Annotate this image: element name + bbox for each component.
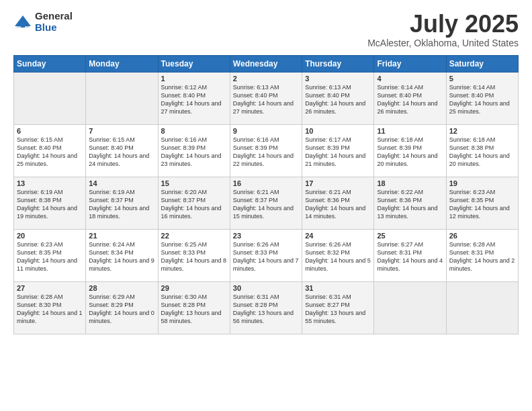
day-number: 8	[161, 127, 227, 135]
day-number: 13	[17, 179, 83, 187]
day-info: Sunrise: 6:24 AM Sunset: 8:34 PM Dayligh…	[89, 240, 154, 273]
calendar-cell: 23Sunrise: 6:26 AM Sunset: 8:33 PM Dayli…	[230, 229, 302, 281]
day-info: Sunrise: 6:23 AM Sunset: 8:35 PM Dayligh…	[449, 188, 515, 221]
day-info: Sunrise: 6:19 AM Sunset: 8:38 PM Dayligh…	[17, 188, 83, 221]
calendar-week-row: 1Sunrise: 6:12 AM Sunset: 8:40 PM Daylig…	[14, 72, 519, 124]
day-number: 19	[449, 179, 515, 187]
day-number: 10	[305, 127, 371, 135]
day-number: 9	[233, 127, 299, 135]
svg-rect-2	[21, 22, 25, 28]
day-info: Sunrise: 6:16 AM Sunset: 8:39 PM Dayligh…	[233, 136, 299, 169]
day-info: Sunrise: 6:26 AM Sunset: 8:33 PM Dayligh…	[233, 240, 299, 273]
day-info: Sunrise: 6:16 AM Sunset: 8:39 PM Dayligh…	[161, 136, 227, 169]
location-title: McAlester, Oklahoma, United States	[367, 38, 519, 48]
day-info: Sunrise: 6:23 AM Sunset: 8:35 PM Dayligh…	[17, 240, 83, 273]
day-number: 23	[233, 232, 299, 240]
calendar-cell: 18Sunrise: 6:22 AM Sunset: 8:36 PM Dayli…	[374, 177, 446, 229]
day-number: 16	[233, 179, 299, 187]
calendar-cell: 27Sunrise: 6:28 AM Sunset: 8:30 PM Dayli…	[14, 281, 86, 334]
day-number: 4	[377, 75, 443, 83]
calendar-header-row: SundayMondayTuesdayWednesdayThursdayFrid…	[14, 55, 519, 72]
header-wednesday: Wednesday	[230, 55, 302, 72]
day-number: 28	[89, 284, 154, 292]
day-info: Sunrise: 6:19 AM Sunset: 8:37 PM Dayligh…	[89, 188, 154, 221]
title-block: July 2025 McAlester, Oklahoma, United St…	[367, 11, 519, 48]
day-info: Sunrise: 6:25 AM Sunset: 8:33 PM Dayligh…	[161, 240, 227, 273]
page: General Blue July 2025 McAlester, Oklaho…	[0, 0, 532, 411]
logo-text: General Blue	[35, 11, 73, 33]
calendar-cell	[86, 72, 158, 124]
header-friday: Friday	[374, 55, 446, 72]
logo-blue-text: Blue	[35, 22, 73, 34]
calendar-cell: 28Sunrise: 6:29 AM Sunset: 8:29 PM Dayli…	[86, 281, 158, 334]
calendar-cell: 19Sunrise: 6:23 AM Sunset: 8:35 PM Dayli…	[446, 177, 518, 229]
day-info: Sunrise: 6:21 AM Sunset: 8:37 PM Dayligh…	[233, 188, 299, 221]
logo-general-text: General	[35, 11, 73, 22]
day-number: 2	[233, 75, 299, 83]
day-info: Sunrise: 6:17 AM Sunset: 8:39 PM Dayligh…	[305, 136, 371, 169]
calendar-week-row: 27Sunrise: 6:28 AM Sunset: 8:30 PM Dayli…	[14, 281, 519, 334]
logo: General Blue	[13, 11, 73, 33]
calendar-cell: 4Sunrise: 6:14 AM Sunset: 8:40 PM Daylig…	[374, 72, 446, 124]
day-info: Sunrise: 6:26 AM Sunset: 8:32 PM Dayligh…	[305, 240, 371, 273]
day-info: Sunrise: 6:22 AM Sunset: 8:36 PM Dayligh…	[377, 188, 443, 221]
calendar-week-row: 20Sunrise: 6:23 AM Sunset: 8:35 PM Dayli…	[14, 229, 519, 281]
day-number: 11	[377, 127, 443, 135]
day-info: Sunrise: 6:18 AM Sunset: 8:38 PM Dayligh…	[449, 136, 515, 169]
calendar-cell: 26Sunrise: 6:28 AM Sunset: 8:31 PM Dayli…	[446, 229, 518, 281]
day-number: 14	[89, 179, 154, 187]
header-sunday: Sunday	[14, 55, 86, 72]
calendar-cell: 12Sunrise: 6:18 AM Sunset: 8:38 PM Dayli…	[446, 124, 518, 177]
header-saturday: Saturday	[446, 55, 518, 72]
day-info: Sunrise: 6:12 AM Sunset: 8:40 PM Dayligh…	[161, 83, 227, 116]
calendar-cell: 25Sunrise: 6:27 AM Sunset: 8:31 PM Dayli…	[374, 229, 446, 281]
header: General Blue July 2025 McAlester, Oklaho…	[13, 11, 519, 48]
day-info: Sunrise: 6:13 AM Sunset: 8:40 PM Dayligh…	[233, 83, 299, 116]
day-number: 5	[449, 75, 515, 83]
calendar-cell: 16Sunrise: 6:21 AM Sunset: 8:37 PM Dayli…	[230, 177, 302, 229]
calendar-cell: 3Sunrise: 6:13 AM Sunset: 8:40 PM Daylig…	[302, 72, 374, 124]
day-info: Sunrise: 6:28 AM Sunset: 8:30 PM Dayligh…	[17, 293, 83, 326]
header-thursday: Thursday	[302, 55, 374, 72]
day-number: 30	[233, 284, 299, 292]
month-title: July 2025	[367, 11, 519, 38]
day-info: Sunrise: 6:31 AM Sunset: 8:28 PM Dayligh…	[233, 293, 299, 326]
calendar-cell: 24Sunrise: 6:26 AM Sunset: 8:32 PM Dayli…	[302, 229, 374, 281]
day-number: 6	[17, 127, 83, 135]
calendar-cell: 1Sunrise: 6:12 AM Sunset: 8:40 PM Daylig…	[158, 72, 230, 124]
day-number: 12	[449, 127, 515, 135]
day-number: 31	[305, 284, 371, 292]
day-number: 29	[161, 284, 227, 292]
calendar-cell: 8Sunrise: 6:16 AM Sunset: 8:39 PM Daylig…	[158, 124, 230, 177]
day-number: 20	[17, 232, 83, 240]
calendar-cell: 13Sunrise: 6:19 AM Sunset: 8:38 PM Dayli…	[14, 177, 86, 229]
calendar-cell: 2Sunrise: 6:13 AM Sunset: 8:40 PM Daylig…	[230, 72, 302, 124]
calendar-cell: 15Sunrise: 6:20 AM Sunset: 8:37 PM Dayli…	[158, 177, 230, 229]
day-number: 21	[89, 232, 154, 240]
calendar-cell: 10Sunrise: 6:17 AM Sunset: 8:39 PM Dayli…	[302, 124, 374, 177]
calendar-cell: 31Sunrise: 6:31 AM Sunset: 8:27 PM Dayli…	[302, 281, 374, 334]
calendar-cell: 14Sunrise: 6:19 AM Sunset: 8:37 PM Dayli…	[86, 177, 158, 229]
calendar-cell: 30Sunrise: 6:31 AM Sunset: 8:28 PM Dayli…	[230, 281, 302, 334]
calendar-cell: 21Sunrise: 6:24 AM Sunset: 8:34 PM Dayli…	[86, 229, 158, 281]
day-info: Sunrise: 6:15 AM Sunset: 8:40 PM Dayligh…	[89, 136, 154, 169]
day-info: Sunrise: 6:29 AM Sunset: 8:29 PM Dayligh…	[89, 293, 154, 326]
day-number: 17	[305, 179, 371, 187]
day-info: Sunrise: 6:14 AM Sunset: 8:40 PM Dayligh…	[449, 83, 515, 116]
calendar-cell: 17Sunrise: 6:21 AM Sunset: 8:36 PM Dayli…	[302, 177, 374, 229]
calendar-cell: 9Sunrise: 6:16 AM Sunset: 8:39 PM Daylig…	[230, 124, 302, 177]
day-info: Sunrise: 6:21 AM Sunset: 8:36 PM Dayligh…	[305, 188, 371, 221]
day-info: Sunrise: 6:18 AM Sunset: 8:39 PM Dayligh…	[377, 136, 443, 169]
day-number: 1	[161, 75, 227, 83]
calendar-week-row: 6Sunrise: 6:15 AM Sunset: 8:40 PM Daylig…	[14, 124, 519, 177]
day-info: Sunrise: 6:20 AM Sunset: 8:37 PM Dayligh…	[161, 188, 227, 221]
day-info: Sunrise: 6:31 AM Sunset: 8:27 PM Dayligh…	[305, 293, 371, 326]
calendar-cell	[374, 281, 446, 334]
calendar-cell: 20Sunrise: 6:23 AM Sunset: 8:35 PM Dayli…	[14, 229, 86, 281]
day-number: 25	[377, 232, 443, 240]
day-number: 7	[89, 127, 154, 135]
calendar-cell	[446, 281, 518, 334]
day-info: Sunrise: 6:15 AM Sunset: 8:40 PM Dayligh…	[17, 136, 83, 169]
calendar-cell: 5Sunrise: 6:14 AM Sunset: 8:40 PM Daylig…	[446, 72, 518, 124]
calendar-week-row: 13Sunrise: 6:19 AM Sunset: 8:38 PM Dayli…	[14, 177, 519, 229]
